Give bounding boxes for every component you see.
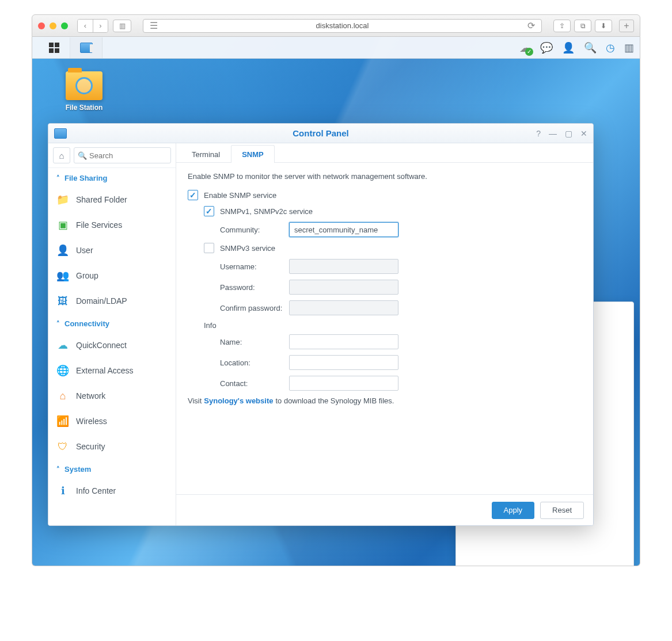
info-name-input[interactable] (289, 334, 398, 349)
network-icon: ⌂ (56, 390, 69, 402)
downloads-icon[interactable]: ⬇ (595, 20, 612, 32)
sidebar-item-domain-ldap[interactable]: 🖽 Domain/LDAP (48, 288, 176, 314)
home-button[interactable]: ⌂ (53, 147, 70, 163)
search-input[interactable] (89, 151, 167, 160)
snmp-v3-checkbox[interactable] (204, 243, 214, 253)
community-row: Community: (220, 222, 582, 237)
user-menu-icon[interactable]: 👤 (562, 41, 575, 54)
tabs-icon[interactable]: ⧉ (574, 20, 591, 32)
minimize-window-icon[interactable] (50, 22, 56, 29)
window-titlebar[interactable]: Control Panel ? — ▢ ✕ (48, 124, 593, 143)
url-text: diskstation.local (160, 21, 525, 30)
tab-terminal[interactable]: Terminal (181, 145, 231, 163)
close-window-icon[interactable] (38, 22, 45, 29)
folder-icon: 📁 (56, 194, 69, 205)
chevron-up-icon: ˄ (56, 466, 60, 473)
cloud-status-icon[interactable]: ☁ (519, 41, 531, 55)
enable-snmp-checkbox[interactable] (188, 190, 198, 200)
section-file-sharing[interactable]: ˄ File Sharing (48, 168, 176, 187)
back-button[interactable]: ‹ (78, 20, 93, 32)
community-input[interactable] (289, 222, 398, 237)
snmp-v1v2-checkbox[interactable] (204, 206, 214, 216)
uptime-value: 9 day(s) 12:14:48 (566, 565, 624, 566)
domain-icon: 🖽 (56, 295, 69, 307)
shield-icon: 🛡 (56, 441, 69, 452)
section-connectivity[interactable]: ˄ Connectivity (48, 314, 176, 333)
close-icon[interactable]: ✕ (580, 129, 587, 138)
info-icon: ℹ (56, 485, 69, 497)
user-icon: 👤 (56, 245, 69, 256)
sidebar-item-file-services[interactable]: ▣ File Services (48, 212, 176, 238)
sidebar-item-wireless[interactable]: 📶 Wireless (48, 409, 176, 434)
share-icon[interactable]: ⇪ (553, 20, 571, 32)
chevron-up-icon: ˄ (56, 320, 60, 327)
maximize-icon[interactable]: ▢ (565, 129, 572, 138)
tab-bar: Terminal SNMP (176, 143, 593, 163)
group-icon: 👥 (56, 270, 69, 281)
info-contact-label: Contact: (220, 379, 289, 388)
snmp-v1v2-label: SNMPv1, SNMPv2c service (220, 207, 313, 216)
main-menu-button[interactable] (38, 37, 70, 58)
dsm-taskbar: ☁ 💬 👤 🔍 ◷ ▥ (32, 37, 640, 59)
username-row: Username: (220, 259, 582, 274)
dsm-desktop: ☁ 💬 👤 🔍 ◷ ▥ File Station Uptime 9 day(s)… (32, 37, 640, 566)
sidebar-item-security[interactable]: 🛡 Security (48, 434, 176, 459)
info-location-row: Location: (220, 355, 582, 370)
intro-text: Enable SNMP to monitor the server with n… (188, 172, 582, 181)
info-contact-input[interactable] (289, 376, 398, 391)
info-name-label: Name: (220, 338, 289, 346)
sidebar-item-external-access[interactable]: 🌐 External Access (48, 358, 176, 383)
chevron-up-icon: ˄ (56, 174, 60, 182)
pilot-view-icon[interactable]: ▥ (624, 41, 634, 54)
apps-grid-icon (49, 43, 59, 53)
reset-button[interactable]: Reset (540, 502, 584, 519)
search-icon[interactable]: 🔍 (584, 41, 597, 54)
snmp-v3-row: SNMPv3 service (204, 243, 582, 253)
notifications-icon[interactable]: 💬 (540, 41, 553, 54)
password-input (289, 280, 398, 295)
sidebar-item-shared-folder[interactable]: 📁 Shared Folder (48, 187, 176, 212)
sidebar-item-group[interactable]: 👥 Group (48, 263, 176, 288)
info-location-input[interactable] (289, 355, 398, 370)
wifi-icon: 📶 (56, 415, 69, 427)
control-panel-window: Control Panel ? — ▢ ✕ ⌂ 🔍 (48, 123, 594, 526)
file-services-icon: ▣ (56, 219, 69, 231)
snmp-v1v2-row: SNMPv1, SNMPv2c service (204, 206, 582, 216)
folder-search-icon (66, 71, 102, 100)
snmp-settings-panel: Enable SNMP to monitor the server with n… (176, 163, 593, 494)
home-icon: ⌂ (59, 151, 64, 161)
community-label: Community: (220, 226, 289, 234)
sidebar-item-quickconnect[interactable]: ☁ QuickConnect (48, 333, 176, 358)
control-panel-sidebar: ⌂ 🔍 ˄ File Sharing 📁 Shared Folder (48, 143, 176, 525)
apply-button[interactable]: Apply (492, 502, 535, 519)
section-system[interactable]: ˄ System (48, 459, 176, 478)
enable-snmp-label: Enable SNMP service (204, 191, 276, 200)
window-traffic-lights (38, 22, 68, 29)
uptime-row: Uptime 9 day(s) 12:14:48 (465, 565, 624, 566)
widgets-icon[interactable]: ◷ (606, 41, 615, 54)
new-tab-button[interactable]: + (619, 20, 634, 32)
help-icon[interactable]: ? (536, 129, 541, 138)
username-label: Username: (220, 262, 289, 271)
confirm-password-input (289, 300, 398, 315)
reload-icon[interactable]: ⟳ (525, 20, 537, 31)
file-station-shortcut[interactable]: File Station (58, 71, 110, 112)
fullscreen-window-icon[interactable] (61, 22, 68, 29)
tab-snmp[interactable]: SNMP (231, 145, 275, 163)
confirm-password-label: Confirm password: (220, 304, 289, 312)
address-bar[interactable]: ☰ diskstation.local ⟳ (143, 19, 542, 33)
reader-icon: ☰ (148, 20, 160, 31)
sidebar-item-info-center[interactable]: ℹ Info Center (48, 478, 176, 503)
sidebar-search[interactable]: 🔍 (74, 147, 171, 163)
info-contact-row: Contact: (220, 376, 582, 391)
sidebar-item-network[interactable]: ⌂ Network (48, 383, 176, 409)
taskbar-control-panel[interactable] (70, 37, 102, 58)
forward-button[interactable]: › (93, 20, 108, 32)
mib-download-line: Visit Synology's website to download the… (188, 396, 582, 405)
synology-website-link[interactable]: Synology's website (204, 396, 273, 405)
minimize-icon[interactable]: — (549, 129, 557, 138)
control-panel-icon (80, 43, 93, 53)
sidebar-item-user[interactable]: 👤 User (48, 238, 176, 263)
confirm-password-row: Confirm password: (220, 300, 582, 315)
show-sidebar-button[interactable]: ▥ (113, 20, 131, 32)
